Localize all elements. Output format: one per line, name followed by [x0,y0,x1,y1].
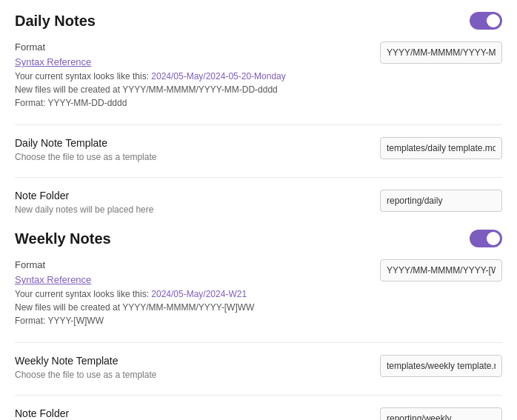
weekly-divider-1 [15,342,502,343]
weekly-divider-2 [15,395,502,396]
weekly-folder-input[interactable] [380,407,502,420]
weekly-notes-section: Weekly Notes Format Syntax Reference You… [15,230,502,420]
daily-format-left: Format Syntax Reference Your current syn… [15,41,380,110]
weekly-syntax-reference-link[interactable]: Syntax Reference [15,274,91,285]
weekly-format-left: Format Syntax Reference Your current syn… [15,259,380,327]
daily-format-label: Format [15,41,365,53]
daily-format-input[interactable] [380,41,502,64]
daily-syntax-prefix: Your current syntax looks like this: [15,71,151,81]
weekly-template-info: Weekly Note Template Choose the file to … [15,355,380,380]
daily-folder-row: Note Folder New daily notes will be plac… [15,190,502,215]
weekly-template-desc: Choose the file to use as a template [15,370,365,380]
weekly-notes-format-section: Format Syntax Reference Your current syn… [15,259,502,327]
weekly-folder-label: Note Folder [15,407,365,419]
weekly-format-input[interactable] [380,259,502,281]
daily-format-text: Format: YYYY-MM-DD-dddd [15,98,127,108]
daily-template-row: Daily Note Template Choose the file to u… [15,137,502,162]
daily-notes-format-section: Format Syntax Reference Your current syn… [15,41,502,110]
weekly-notes-toggle-thumb [487,232,500,245]
daily-template-info: Daily Note Template Choose the file to u… [15,137,380,162]
daily-folder-desc: New daily notes will be placed here [15,204,365,215]
weekly-folder-row: Note Folder New weekly notes will be pla… [15,407,502,420]
daily-divider-2 [15,177,502,178]
weekly-template-row: Weekly Note Template Choose the file to … [15,355,502,380]
weekly-notes-toggle[interactable] [470,230,502,247]
weekly-new-files-text: New files will be created at YYYY/MM-MMM… [15,302,254,313]
daily-folder-label: Note Folder [15,190,365,201]
weekly-syntax-value: 2024/05-May/2024-W21 [151,289,247,299]
weekly-syntax-prefix: Your current syntax looks like this: [15,289,151,299]
weekly-folder-info: Note Folder New weekly notes will be pla… [15,407,380,420]
daily-notes-toggle-track [470,12,502,30]
daily-syntax-reference-link[interactable]: Syntax Reference [15,56,91,67]
weekly-template-input[interactable] [380,355,502,377]
weekly-template-label: Weekly Note Template [15,355,365,367]
daily-notes-toggle[interactable] [470,12,502,30]
weekly-format-text: Format: YYYY-[W]WW [15,316,104,326]
daily-format-description: Your current syntax looks like this: 202… [15,70,365,110]
weekly-notes-toggle-track [470,230,502,247]
daily-template-desc: Choose the file to use as a template [15,152,365,162]
weekly-format-label: Format [15,259,365,270]
daily-folder-info: Note Folder New daily notes will be plac… [15,190,380,215]
weekly-format-description: Your current syntax looks like this: 202… [15,287,365,327]
daily-new-files-text: New files will be created at YYYY/MM-MMM… [15,84,278,95]
daily-divider-1 [15,124,502,125]
daily-template-input[interactable] [380,137,502,159]
daily-format-row: Format Syntax Reference Your current syn… [15,41,502,110]
daily-notes-section: Daily Notes Format Syntax Reference Your… [15,12,502,215]
daily-notes-title: Daily Notes [15,13,96,30]
daily-notes-toggle-thumb [487,14,500,27]
daily-syntax-value: 2024/05-May/2024-05-20-Monday [151,71,285,81]
weekly-notes-header: Weekly Notes [15,230,502,247]
daily-folder-input[interactable] [380,190,502,212]
daily-template-label: Daily Note Template [15,137,365,149]
weekly-notes-title: Weekly Notes [15,230,111,247]
daily-notes-header: Daily Notes [15,12,502,30]
weekly-format-row: Format Syntax Reference Your current syn… [15,259,502,327]
